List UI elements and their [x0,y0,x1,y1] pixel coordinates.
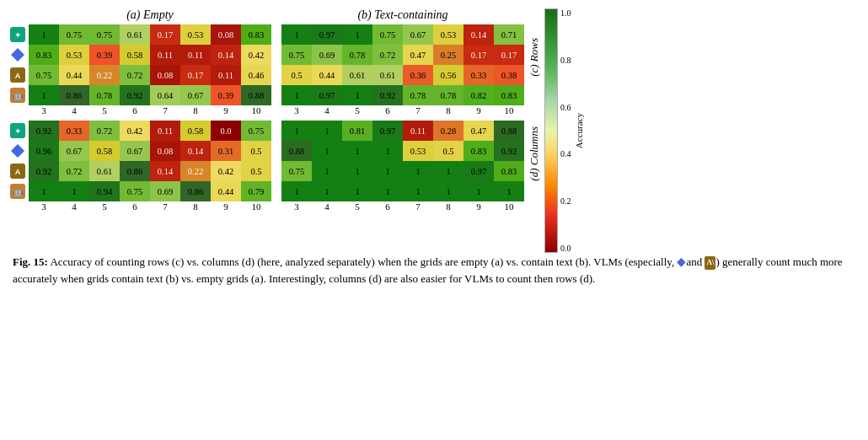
row-icon-2: A [8,161,27,181]
heatmap-row: 0.920.720.610.860.140.220.420.5 [29,161,271,181]
svg-text:🤖: 🤖 [13,90,24,101]
colorbar-tick: 0.8 [560,56,571,65]
heatmap-cell: 1 [29,85,59,105]
heatmap-cell: 0.08 [211,24,241,45]
heatmap-cell: 0.72 [372,45,403,65]
heatmap-cell: 0.36 [403,65,433,85]
ai-icon: A\ [705,256,715,270]
heatmap-cell: 0.58 [180,121,211,141]
colorbar-tick: 0.4 [560,149,571,158]
svg-text:✦: ✦ [14,126,21,136]
heatmap-cell: 1 [342,141,372,161]
heatmap-cell: 0.47 [463,121,494,141]
col-label: 4 [59,105,89,115]
heatmap-cell: 1 [29,181,59,201]
heatmap-cell: 0.72 [59,161,89,181]
heatmap-cell: 0.75 [120,181,150,201]
col-label: 6 [120,201,150,212]
heatmap-cell: 0.33 [463,65,494,85]
heatmap-cell: 0.17 [150,24,180,45]
heatmap-cell: 1 [403,181,433,201]
heatmap-cell: 1 [372,181,403,201]
heatmap-row: 0.750.690.780.720.470.250.170.17 [281,45,524,65]
heatmap-row: 0.881110.530.50.830.92 [281,141,524,161]
heatmap-cell: 0.75 [59,24,89,45]
heatmap-cell: 1 [403,161,433,181]
heatmap-cell: 1 [281,85,312,105]
col-label: 3 [281,201,312,212]
col-label: 7 [403,105,433,115]
heatmap-cell: 0.71 [494,24,524,45]
heatmap-cell: 0.44 [211,181,241,201]
heatmap-cell: 0.25 [433,45,463,65]
heatmap-row: 0.830.530.390.580.110.110.140.42 [29,45,271,65]
col-label: 6 [372,105,403,115]
heatmap-cell: 0.67 [120,141,150,161]
heatmap-cell: 0.67 [59,141,89,161]
col-label: 9 [211,201,241,212]
heatmap-cell: 0.38 [494,65,524,85]
heatmap-cell: 0.61 [342,65,372,85]
col-label: 3 [281,105,312,115]
col-labels-1: 345678910 [8,105,271,115]
text-cols-block: 110.810.970.110.280.470.880.881110.530.5… [281,121,524,212]
colorbar-tick: 1.0 [560,8,571,18]
colorbar [544,8,558,253]
heatmap-row: 110.810.970.110.280.470.88 [281,121,524,141]
heatmap-cell: 0.39 [89,45,120,65]
heatmap-cell: 0.72 [120,65,150,85]
col-labels-3: 345678910 [8,201,271,212]
heatmap-cell: 0.17 [463,45,494,65]
heatmap-cell: 0.53 [59,45,89,65]
col-label: 5 [89,201,120,212]
rows-heatmaps: ✦A🤖 10.750.750.610.170.530.080.830.830.5… [8,24,524,115]
heatmap-row: 10.9710.920.780.780.820.83 [281,85,524,105]
col-label: 10 [494,105,524,115]
heatmap-cell: 0.78 [342,45,372,65]
heatmap-cell: 1 [342,161,372,181]
heatmap-cell: 0.11 [150,121,180,141]
diamond-icon: ◆ [677,255,686,268]
col-label: 5 [342,105,372,115]
accuracy-label: Accuracy [574,113,584,148]
heatmap-cell: 0.42 [211,161,241,181]
heatmap-cell: 0.86 [120,161,150,181]
heatmap-cell: 0.53 [403,141,433,161]
heatmap-cell: 0.79 [241,181,271,201]
fig-label: Fig. 15: [13,255,48,268]
svg-text:✦: ✦ [14,30,21,40]
heatmap-cell: 0.11 [403,121,433,141]
right-side: (c) Rows (d) Columns [528,8,543,202]
colorbar-ticks: 1.00.80.60.40.20.0 [560,8,571,253]
heatmap-row: 0.960.670.580.670.080.140.310.5 [29,141,271,161]
heatmap-cell: 0.64 [150,85,180,105]
heatmap-cell: 0.42 [241,45,271,65]
heatmap-cell: 0.17 [494,45,524,65]
heatmap-cell: 0.11 [150,45,180,65]
empty-cols-grid: 0.920.330.720.420.110.580.00.750.960.670… [29,121,271,201]
cols-label: (d) Columns [528,126,541,181]
col-label: 9 [463,105,494,115]
heatmap-cell: 0.44 [312,65,342,85]
svg-text:A: A [15,72,21,80]
col-label: 10 [494,201,524,212]
heatmap-cell: 0.58 [89,141,120,161]
row-icon-2: A [8,65,27,85]
col-label: 8 [180,201,211,212]
col-label: 6 [120,105,150,115]
left-column: (a) Empty (b) Text-containing ✦A🤖 10.750… [8,8,524,212]
figure-caption: Fig. 15: Accuracy of counting rows (c) v… [8,253,855,287]
heatmap-cell: 1 [372,141,403,161]
heatmap-cell: 0.97 [463,161,494,181]
text-rows-block: 10.9710.750.670.530.140.710.750.690.780.… [281,24,524,115]
heatmap-cell: 0.78 [403,85,433,105]
heatmap-cell: 1 [342,85,372,105]
heatmap-cell: 0.82 [463,85,494,105]
heatmap-cell: 0.56 [433,65,463,85]
heatmap-cell: 0.14 [463,24,494,45]
col-label: 4 [312,201,342,212]
heatmap-cell: 0.31 [211,141,241,161]
col-label: 7 [150,201,180,212]
caption-text-1: Accuracy of counting rows (c) vs. column… [50,255,677,268]
main-container: (a) Empty (b) Text-containing ✦A🤖 10.750… [0,0,868,440]
